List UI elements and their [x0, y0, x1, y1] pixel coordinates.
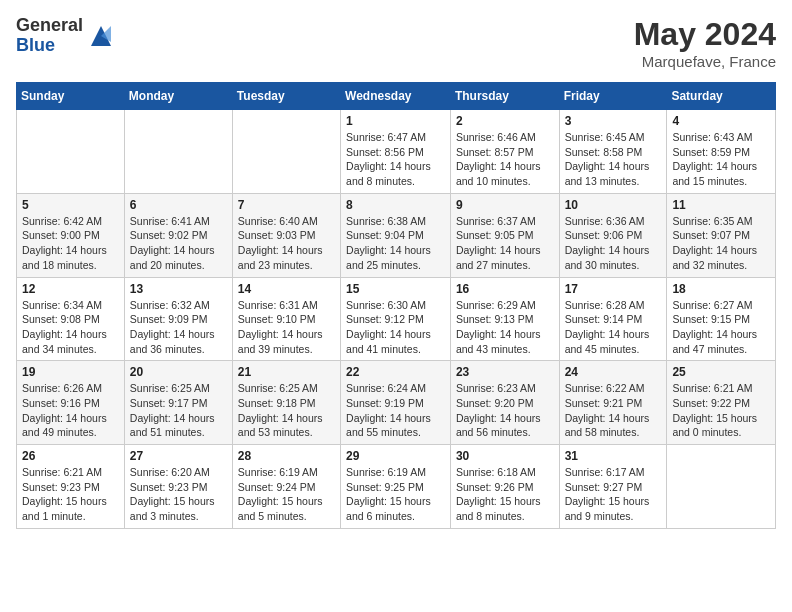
week-row-1: 1Sunrise: 6:47 AM Sunset: 8:56 PM Daylig…: [17, 110, 776, 194]
day-number: 20: [130, 365, 227, 379]
day-cell: 18Sunrise: 6:27 AM Sunset: 9:15 PM Dayli…: [667, 277, 776, 361]
day-info: Sunrise: 6:40 AM Sunset: 9:03 PM Dayligh…: [238, 214, 335, 273]
day-number: 4: [672, 114, 770, 128]
page-header: General Blue May 2024 Marquefave, France: [16, 16, 776, 70]
day-number: 23: [456, 365, 554, 379]
day-cell: 24Sunrise: 6:22 AM Sunset: 9:21 PM Dayli…: [559, 361, 667, 445]
day-number: 16: [456, 282, 554, 296]
day-number: 3: [565, 114, 662, 128]
day-cell: 13Sunrise: 6:32 AM Sunset: 9:09 PM Dayli…: [124, 277, 232, 361]
day-cell: 4Sunrise: 6:43 AM Sunset: 8:59 PM Daylig…: [667, 110, 776, 194]
day-info: Sunrise: 6:37 AM Sunset: 9:05 PM Dayligh…: [456, 214, 554, 273]
day-number: 2: [456, 114, 554, 128]
day-cell: 5Sunrise: 6:42 AM Sunset: 9:00 PM Daylig…: [17, 193, 125, 277]
day-info: Sunrise: 6:34 AM Sunset: 9:08 PM Dayligh…: [22, 298, 119, 357]
day-cell: 26Sunrise: 6:21 AM Sunset: 9:23 PM Dayli…: [17, 445, 125, 529]
day-number: 13: [130, 282, 227, 296]
day-cell: 21Sunrise: 6:25 AM Sunset: 9:18 PM Dayli…: [232, 361, 340, 445]
logo-icon: [87, 22, 115, 50]
day-number: 5: [22, 198, 119, 212]
day-number: 27: [130, 449, 227, 463]
day-info: Sunrise: 6:29 AM Sunset: 9:13 PM Dayligh…: [456, 298, 554, 357]
day-info: Sunrise: 6:36 AM Sunset: 9:06 PM Dayligh…: [565, 214, 662, 273]
day-cell: 6Sunrise: 6:41 AM Sunset: 9:02 PM Daylig…: [124, 193, 232, 277]
week-row-3: 12Sunrise: 6:34 AM Sunset: 9:08 PM Dayli…: [17, 277, 776, 361]
day-cell: 2Sunrise: 6:46 AM Sunset: 8:57 PM Daylig…: [450, 110, 559, 194]
day-info: Sunrise: 6:17 AM Sunset: 9:27 PM Dayligh…: [565, 465, 662, 524]
day-info: Sunrise: 6:24 AM Sunset: 9:19 PM Dayligh…: [346, 381, 445, 440]
day-cell: 25Sunrise: 6:21 AM Sunset: 9:22 PM Dayli…: [667, 361, 776, 445]
day-number: 31: [565, 449, 662, 463]
title-block: May 2024 Marquefave, France: [634, 16, 776, 70]
day-info: Sunrise: 6:41 AM Sunset: 9:02 PM Dayligh…: [130, 214, 227, 273]
day-info: Sunrise: 6:35 AM Sunset: 9:07 PM Dayligh…: [672, 214, 770, 273]
day-cell: 22Sunrise: 6:24 AM Sunset: 9:19 PM Dayli…: [341, 361, 451, 445]
day-number: 28: [238, 449, 335, 463]
day-number: 14: [238, 282, 335, 296]
day-cell: 28Sunrise: 6:19 AM Sunset: 9:24 PM Dayli…: [232, 445, 340, 529]
day-info: Sunrise: 6:22 AM Sunset: 9:21 PM Dayligh…: [565, 381, 662, 440]
month-title: May 2024: [634, 16, 776, 53]
day-number: 30: [456, 449, 554, 463]
logo-blue: Blue: [16, 36, 83, 56]
day-number: 10: [565, 198, 662, 212]
day-info: Sunrise: 6:26 AM Sunset: 9:16 PM Dayligh…: [22, 381, 119, 440]
day-number: 25: [672, 365, 770, 379]
header-row: SundayMondayTuesdayWednesdayThursdayFrid…: [17, 83, 776, 110]
day-info: Sunrise: 6:30 AM Sunset: 9:12 PM Dayligh…: [346, 298, 445, 357]
day-cell: 19Sunrise: 6:26 AM Sunset: 9:16 PM Dayli…: [17, 361, 125, 445]
day-info: Sunrise: 6:25 AM Sunset: 9:18 PM Dayligh…: [238, 381, 335, 440]
day-info: Sunrise: 6:27 AM Sunset: 9:15 PM Dayligh…: [672, 298, 770, 357]
day-info: Sunrise: 6:21 AM Sunset: 9:22 PM Dayligh…: [672, 381, 770, 440]
day-info: Sunrise: 6:28 AM Sunset: 9:14 PM Dayligh…: [565, 298, 662, 357]
header-day-saturday: Saturday: [667, 83, 776, 110]
day-cell: 7Sunrise: 6:40 AM Sunset: 9:03 PM Daylig…: [232, 193, 340, 277]
day-info: Sunrise: 6:19 AM Sunset: 9:24 PM Dayligh…: [238, 465, 335, 524]
day-cell: 27Sunrise: 6:20 AM Sunset: 9:23 PM Dayli…: [124, 445, 232, 529]
day-cell: 1Sunrise: 6:47 AM Sunset: 8:56 PM Daylig…: [341, 110, 451, 194]
day-cell: 16Sunrise: 6:29 AM Sunset: 9:13 PM Dayli…: [450, 277, 559, 361]
day-cell: [232, 110, 340, 194]
calendar-body: 1Sunrise: 6:47 AM Sunset: 8:56 PM Daylig…: [17, 110, 776, 529]
day-info: Sunrise: 6:31 AM Sunset: 9:10 PM Dayligh…: [238, 298, 335, 357]
logo-text: General Blue: [16, 16, 83, 56]
day-cell: [667, 445, 776, 529]
day-number: 1: [346, 114, 445, 128]
day-info: Sunrise: 6:45 AM Sunset: 8:58 PM Dayligh…: [565, 130, 662, 189]
day-number: 7: [238, 198, 335, 212]
week-row-5: 26Sunrise: 6:21 AM Sunset: 9:23 PM Dayli…: [17, 445, 776, 529]
day-cell: [17, 110, 125, 194]
day-cell: 30Sunrise: 6:18 AM Sunset: 9:26 PM Dayli…: [450, 445, 559, 529]
day-info: Sunrise: 6:23 AM Sunset: 9:20 PM Dayligh…: [456, 381, 554, 440]
day-cell: 20Sunrise: 6:25 AM Sunset: 9:17 PM Dayli…: [124, 361, 232, 445]
day-number: 11: [672, 198, 770, 212]
location: Marquefave, France: [634, 53, 776, 70]
header-day-friday: Friday: [559, 83, 667, 110]
header-day-sunday: Sunday: [17, 83, 125, 110]
day-number: 17: [565, 282, 662, 296]
header-day-tuesday: Tuesday: [232, 83, 340, 110]
day-info: Sunrise: 6:32 AM Sunset: 9:09 PM Dayligh…: [130, 298, 227, 357]
header-day-monday: Monday: [124, 83, 232, 110]
day-number: 26: [22, 449, 119, 463]
logo: General Blue: [16, 16, 115, 56]
header-day-wednesday: Wednesday: [341, 83, 451, 110]
day-cell: 15Sunrise: 6:30 AM Sunset: 9:12 PM Dayli…: [341, 277, 451, 361]
day-number: 19: [22, 365, 119, 379]
day-number: 9: [456, 198, 554, 212]
day-cell: [124, 110, 232, 194]
day-number: 6: [130, 198, 227, 212]
day-number: 15: [346, 282, 445, 296]
day-cell: 14Sunrise: 6:31 AM Sunset: 9:10 PM Dayli…: [232, 277, 340, 361]
day-number: 21: [238, 365, 335, 379]
week-row-4: 19Sunrise: 6:26 AM Sunset: 9:16 PM Dayli…: [17, 361, 776, 445]
day-cell: 3Sunrise: 6:45 AM Sunset: 8:58 PM Daylig…: [559, 110, 667, 194]
day-number: 29: [346, 449, 445, 463]
day-number: 22: [346, 365, 445, 379]
logo-general: General: [16, 16, 83, 36]
day-info: Sunrise: 6:21 AM Sunset: 9:23 PM Dayligh…: [22, 465, 119, 524]
day-info: Sunrise: 6:18 AM Sunset: 9:26 PM Dayligh…: [456, 465, 554, 524]
day-cell: 31Sunrise: 6:17 AM Sunset: 9:27 PM Dayli…: [559, 445, 667, 529]
day-info: Sunrise: 6:38 AM Sunset: 9:04 PM Dayligh…: [346, 214, 445, 273]
day-cell: 12Sunrise: 6:34 AM Sunset: 9:08 PM Dayli…: [17, 277, 125, 361]
